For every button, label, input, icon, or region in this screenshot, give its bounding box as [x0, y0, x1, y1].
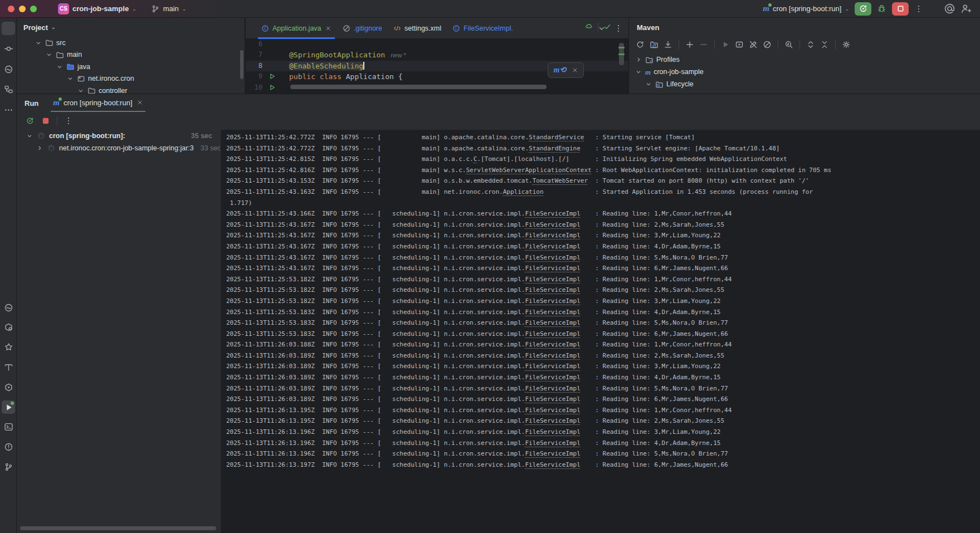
ai-assistant-button[interactable]: [944, 3, 955, 14]
logger-class-link[interactable]: StandardService: [529, 134, 584, 141]
more-actions-button[interactable]: [914, 4, 923, 13]
project-widget[interactable]: CS cron-job-sample ⌄: [58, 3, 136, 14]
chevron-down-icon[interactable]: [77, 87, 85, 94]
remove-icon[interactable]: [699, 40, 708, 49]
logger-class-link[interactable]: FileServiceImpl: [525, 265, 580, 272]
chevron-down-icon[interactable]: [35, 39, 42, 47]
editor-tab[interactable]: settings.xml: [388, 18, 447, 38]
tool-window-button-project[interactable]: [2, 22, 15, 35]
chevron-down-icon[interactable]: [66, 75, 74, 82]
tool-window-button-structure[interactable]: [2, 83, 15, 96]
run-icon[interactable]: [721, 40, 730, 49]
debug-button[interactable]: [877, 4, 886, 13]
chevron-down-icon[interactable]: ⌄: [51, 25, 56, 30]
run-tab[interactable]: m cron [spring-boot:run]: [51, 94, 145, 112]
chevron-right-icon[interactable]: [36, 144, 43, 152]
logger-class-link[interactable]: FileServiceImpl: [525, 254, 580, 261]
logger-class-link[interactable]: FileServiceImpl: [525, 374, 580, 381]
chevron-right-icon[interactable]: [635, 56, 642, 63]
logger-class-link[interactable]: FileServiceImpl: [525, 297, 580, 305]
maven-tree-row[interactable]: Lifecycle: [629, 78, 980, 90]
maven-tree-row[interactable]: Profiles: [629, 53, 980, 66]
project-tree-row[interactable]: net.ironoc.cron: [17, 73, 245, 85]
logger-class-link[interactable]: TomcatWebServer: [533, 177, 588, 184]
logger-class-link[interactable]: FileServiceImpl: [525, 243, 580, 250]
chevron-down-icon[interactable]: [645, 80, 652, 88]
run-config-icon[interactable]: [735, 40, 744, 49]
chevron-down-icon[interactable]: [45, 51, 53, 58]
run-tree-row[interactable]: net.ironoc.cron:cron-job-sample-spring:j…: [17, 142, 220, 154]
chevron-down-icon[interactable]: [56, 63, 64, 71]
run-panel-title[interactable]: Run: [25, 99, 38, 107]
close-window-button[interactable]: [8, 6, 14, 12]
editor-tab[interactable]: CFileServiceImpl.: [447, 18, 519, 38]
tool-window-button-terminal[interactable]: [2, 420, 15, 434]
logger-class-link[interactable]: Application: [503, 188, 544, 195]
logger-class-link[interactable]: StandardEngine: [529, 145, 581, 152]
run-gutter-icon[interactable]: [268, 84, 276, 91]
tool-window-button-plugins[interactable]: [2, 341, 15, 354]
logger-class-link[interactable]: FileServiceImpl: [525, 319, 580, 326]
logger-class-link[interactable]: FileServiceImpl: [525, 232, 580, 239]
code-line[interactable]: 7@SpringBootApplicationnew *: [246, 50, 628, 60]
project-tree-row[interactable]: main: [17, 49, 245, 61]
reload-projects-icon[interactable]: [650, 40, 659, 49]
logger-class-link[interactable]: FileServiceImpl: [525, 428, 580, 436]
logger-class-link[interactable]: FileServiceImpl: [525, 309, 580, 316]
more-options-icon[interactable]: [64, 116, 73, 125]
tool-window-button-more[interactable]: [2, 103, 15, 116]
expand-icon[interactable]: [806, 40, 815, 49]
tool-window-button-dependencies[interactable]: [2, 321, 15, 334]
minimize-window-button[interactable]: [19, 6, 26, 12]
rerun-icon[interactable]: [26, 116, 35, 125]
add-icon[interactable]: [685, 40, 694, 49]
logger-class-link[interactable]: FileServiceImpl: [525, 286, 580, 294]
tool-window-button-vcs[interactable]: [2, 460, 15, 473]
run-console[interactable]: 2025-11-13T11:25:42.772Z INFO 16795 --- …: [221, 130, 980, 533]
settings-icon[interactable]: [842, 40, 851, 49]
logger-class-link[interactable]: FileServiceImpl: [525, 461, 580, 468]
logger-class-link[interactable]: FileServiceImpl: [525, 417, 580, 424]
collapse-icon[interactable]: [820, 40, 829, 49]
close-icon[interactable]: [572, 67, 578, 74]
run-configuration-selector[interactable]: m cron [spring-boot:run] ⌄: [763, 4, 849, 13]
run-gutter-icon[interactable]: [268, 72, 276, 80]
tool-window-button-services[interactable]: [2, 380, 15, 394]
logger-class-link[interactable]: FileServiceImpl: [525, 210, 580, 217]
logger-class-link[interactable]: FileServiceImpl: [525, 395, 580, 403]
close-icon[interactable]: [136, 99, 143, 106]
logger-class-link[interactable]: FileServiceImpl: [525, 352, 580, 359]
logger-class-link[interactable]: FileServiceImpl: [525, 276, 580, 283]
offline-icon[interactable]: [749, 40, 758, 49]
project-tree-row[interactable]: controller: [17, 85, 245, 94]
rerun-button[interactable]: [855, 2, 871, 16]
maximize-window-button[interactable]: [30, 6, 37, 12]
logger-class-link[interactable]: FileServiceImpl: [525, 439, 580, 447]
chevron-down-icon[interactable]: [26, 132, 33, 140]
tool-window-button-endpoints[interactable]: [2, 301, 15, 314]
editor-tab[interactable]: .gitignore: [337, 18, 388, 38]
close-icon[interactable]: [325, 25, 331, 32]
tool-window-button-run[interactable]: [2, 400, 15, 414]
maven-reload-icon[interactable]: m⟲: [553, 66, 566, 74]
inspections-widget[interactable]: [584, 22, 612, 31]
tool-window-button-build[interactable]: [2, 360, 15, 374]
code-line[interactable]: 6: [246, 39, 628, 50]
project-tree-row[interactable]: src: [17, 37, 245, 49]
tab-options-icon[interactable]: [614, 24, 623, 33]
sync-icon[interactable]: [636, 40, 645, 49]
skip-tests-icon[interactable]: [763, 40, 772, 49]
logger-class-link[interactable]: FileServiceImpl: [525, 450, 580, 457]
run-tree-row[interactable]: cron [spring-boot:run]:35 sec: [17, 130, 220, 142]
logger-class-link[interactable]: C: [474, 155, 477, 163]
logger-class-link[interactable]: FileServiceImpl: [525, 385, 580, 392]
logger-class-link[interactable]: FileServiceImpl: [525, 363, 580, 370]
project-scrollbar[interactable]: [240, 50, 243, 79]
editor-tab[interactable]: CApplication.java: [256, 18, 337, 38]
logger-class-link[interactable]: FileServiceImpl: [525, 221, 580, 228]
stop-icon[interactable]: [41, 116, 50, 125]
maven-tree-row[interactable]: mcron-job-sample: [629, 66, 980, 78]
stop-button[interactable]: [892, 2, 909, 16]
load-maven-changes-popup[interactable]: m⟲: [548, 62, 584, 78]
logger-class-link[interactable]: FileServiceImpl: [525, 341, 580, 348]
